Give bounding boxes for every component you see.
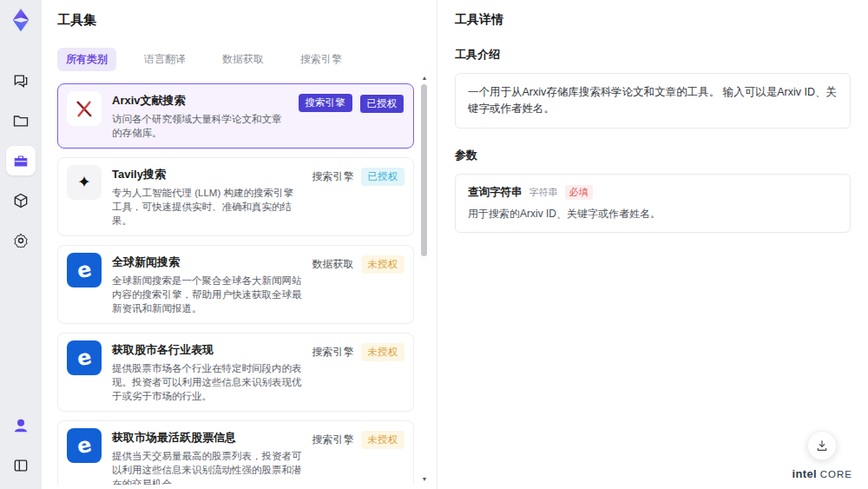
params-heading: 参数	[455, 148, 851, 163]
scroll-up-arrow-icon[interactable]: ▲	[420, 75, 429, 81]
tools-list-panel: 工具集 所有类别 语言翻译 数据获取 搜索引擎 Arxiv文献搜索 访问各个研究…	[42, 0, 437, 489]
tool-title: 获取市场最活跃股票信息	[112, 430, 302, 446]
tool-card-global-news[interactable]: e 全球新闻搜索 全球新闻搜索是一个聚合全球各大新闻网站内容的搜索引擎，帮助用户…	[57, 245, 414, 324]
app-logo-icon	[8, 7, 34, 33]
cube-icon	[12, 192, 30, 209]
tool-card-most-active-stocks[interactable]: e 获取市场最活跃股票信息 提供当天交易量最高的股票列表，投资者可以利用这些信息…	[57, 420, 414, 485]
param-description: 用于搜索的Arxiv ID、关键字或作者姓名。	[468, 207, 838, 221]
nav-packages-button[interactable]	[6, 186, 36, 215]
user-avatar-button[interactable]	[6, 411, 36, 440]
tab-all-categories[interactable]: 所有类别	[57, 48, 116, 71]
category-tabs: 所有类别 语言翻译 数据获取 搜索引擎	[57, 48, 414, 71]
nav-settings-button[interactable]	[6, 226, 36, 255]
tool-card-list: Arxiv文献搜索 访问各个研究领域大量科学论文和文章的存储库。 搜索引擎 已授…	[57, 83, 414, 485]
news-search-logo-icon: e	[67, 253, 102, 287]
tool-description: 全球新闻搜索是一个聚合全球各大新闻网站内容的搜索引擎，帮助用户快速获取全球最新资…	[112, 274, 302, 316]
param-type: 字符串	[529, 186, 558, 199]
folder-icon	[12, 112, 30, 129]
category-label: 搜索引擎	[312, 168, 354, 184]
intro-box: 一个用于从Arxiv存储库搜索科学论文和文章的工具。 输入可以是Arxiv ID…	[455, 73, 851, 129]
stock-tool-logo-icon: e	[67, 340, 102, 375]
arxiv-logo-icon	[67, 91, 102, 126]
authorized-badge: 已授权	[361, 168, 405, 186]
tool-description: 提供当天交易量最高的股票列表，投资者可以利用这些信息来识别流动性强的股票和潜在的…	[112, 449, 302, 485]
scroll-down-arrow-icon[interactable]: ▼	[420, 476, 429, 482]
tool-card-tavily[interactable]: ✦ Tavily搜索 专为人工智能代理 (LLM) 构建的搜索引擎工具，可快速提…	[57, 157, 414, 236]
intro-text: 一个用于从Arxiv存储库搜索科学论文和文章的工具。 输入可以是Arxiv ID…	[468, 84, 838, 117]
toolbox-icon	[12, 152, 30, 169]
authorized-badge: 已授权	[359, 94, 405, 114]
unauthorized-badge: 未授权	[361, 343, 405, 361]
scrollbar-thumb[interactable]	[421, 84, 427, 256]
panel-toggle-button[interactable]	[6, 451, 36, 480]
category-label: 搜索引擎	[312, 431, 354, 447]
tool-card-sector-performance[interactable]: e 获取股市各行业表现 提供股票市场各个行业在特定时间段内的表现。投资者可以利用…	[57, 333, 414, 412]
category-label: 搜索引擎	[312, 343, 354, 360]
param-required-badge: 必填	[565, 185, 593, 200]
download-button[interactable]	[807, 431, 837, 460]
tool-title: Arxiv文献搜索	[112, 93, 288, 109]
corner-widgets: intel core	[792, 431, 852, 480]
gear-icon	[12, 232, 30, 249]
intel-core-logo: intel core	[792, 467, 852, 480]
unauthorized-badge: 未授权	[361, 431, 405, 449]
tab-search-engine[interactable]: 搜索引擎	[292, 48, 351, 71]
nav-chat-button[interactable]	[6, 66, 36, 96]
list-scrollbar[interactable]: ▲ ▼	[420, 75, 429, 482]
download-icon	[815, 439, 829, 453]
nav-tools-button[interactable]	[6, 146, 36, 175]
tool-title: 获取股市各行业表现	[112, 342, 302, 358]
param-name: 查询字符串	[468, 185, 523, 200]
left-rail	[0, 0, 42, 489]
sidebar-layout-icon	[12, 457, 30, 474]
user-icon	[12, 417, 30, 434]
stock-tool-logo-icon: e	[67, 428, 102, 463]
tab-data-fetch[interactable]: 数据获取	[214, 48, 273, 71]
tool-description: 提供股票市场各个行业在特定时间段内的表现。投资者可以利用这些信息来识别表现优于或…	[112, 361, 302, 404]
category-label: 数据获取	[312, 255, 354, 272]
tab-language-translation[interactable]: 语言翻译	[135, 48, 194, 71]
app-window: 工具集 所有类别 语言翻译 数据获取 搜索引擎 Arxiv文献搜索 访问各个研究…	[0, 0, 868, 489]
unauthorized-badge: 未授权	[361, 255, 405, 274]
tool-title: 全球新闻搜索	[112, 254, 302, 270]
intro-heading: 工具介绍	[455, 47, 851, 63]
detail-title: 工具详情	[455, 12, 851, 28]
tavily-logo-icon: ✦	[67, 165, 102, 200]
tool-description: 专为人工智能代理 (LLM) 构建的搜索引擎工具，可快速提供实时、准确和真实的结…	[112, 186, 302, 228]
chat-icon	[12, 72, 30, 89]
tool-description: 访问各个研究领域大量科学论文和文章的存储库。	[112, 112, 288, 141]
page-title: 工具集	[57, 12, 414, 29]
tool-card-arxiv[interactable]: Arxiv文献搜索 访问各个研究领域大量科学论文和文章的存储库。 搜索引擎 已授…	[57, 83, 414, 149]
param-box: 查询字符串 字符串 必填 用于搜索的Arxiv ID、关键字或作者姓名。	[455, 174, 851, 233]
nav-files-button[interactable]	[6, 106, 36, 135]
category-badge: 搜索引擎	[299, 94, 352, 112]
tool-detail-panel: 工具详情 工具介绍 一个用于从Arxiv存储库搜索科学论文和文章的工具。 输入可…	[437, 0, 868, 489]
tool-title: Tavily搜索	[112, 167, 302, 182]
